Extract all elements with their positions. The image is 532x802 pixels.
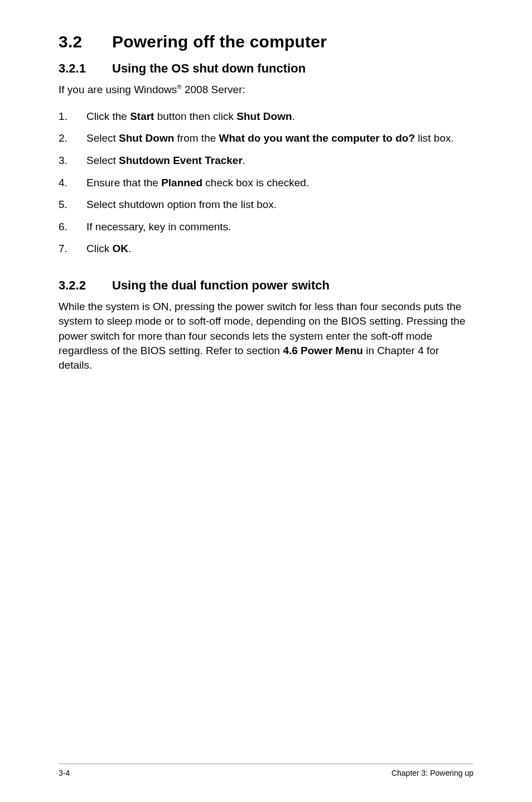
steps-list: Click the Start button then click Shut D…: [59, 109, 473, 256]
registered-symbol: ®: [177, 84, 181, 90]
step-text: Click the: [86, 110, 130, 122]
section-title: Powering off the computer: [112, 32, 327, 51]
step-item: Click the Start button then click Shut D…: [59, 109, 473, 124]
step-text: check box is checked.: [202, 177, 309, 189]
step-text: Select: [86, 132, 119, 144]
step-bold: Planned: [161, 177, 202, 189]
page-number: 3-4: [59, 769, 70, 777]
intro-text: If you are using Windows® 2008 Server:: [59, 83, 473, 97]
step-text: If necessary, key in comments.: [86, 221, 231, 233]
subsection-heading-1: 3.2.1Using the OS shut down function: [59, 61, 473, 76]
step-item: Select Shut Down from the What do you wa…: [59, 131, 473, 146]
step-item: Ensure that the Planned check box is che…: [59, 176, 473, 190]
subsection-number-1: 3.2.1: [59, 61, 112, 76]
step-bold: What do you want the computer to do?: [219, 132, 415, 144]
step-bold: Shut Down: [119, 132, 174, 144]
footer-row: 3-4 Chapter 3: Powering up: [59, 769, 473, 777]
page-footer: 3-4 Chapter 3: Powering up: [59, 764, 473, 777]
step-bold: Shutdown Event Tracker: [119, 154, 243, 166]
step-text: .: [292, 110, 295, 122]
step-item: Click OK.: [59, 241, 473, 256]
subsection-number-2: 3.2.2: [59, 278, 112, 293]
step-text: Select shutdown option from the list box…: [86, 199, 277, 210]
chapter-label: Chapter 3: Powering up: [391, 769, 473, 777]
step-text: Click: [86, 243, 112, 254]
step-item: Select shutdown option from the list box…: [59, 197, 473, 212]
step-text: from the: [174, 132, 219, 144]
intro-text-pre: If you are using Windows: [59, 84, 177, 95]
section-number: 3.2: [59, 32, 112, 51]
footer-divider: [59, 764, 473, 764]
page: 3.2Powering off the computer 3.2.1Using …: [0, 0, 532, 802]
step-bold: Start: [130, 110, 154, 122]
step-bold: OK: [112, 243, 128, 254]
subsection-title-2: Using the dual function power switch: [112, 278, 330, 292]
step-item: If necessary, key in comments.: [59, 220, 473, 234]
step-item: Select Shutdown Event Tracker.: [59, 153, 473, 168]
section-heading: 3.2Powering off the computer: [59, 32, 473, 51]
step-text: Ensure that the: [86, 177, 161, 189]
step-text: list box.: [415, 132, 454, 144]
subsection-heading-2: 3.2.2Using the dual function power switc…: [59, 278, 473, 293]
step-text: .: [243, 154, 245, 166]
body-text-bold: 4.6 Power Menu: [283, 345, 363, 356]
step-bold: Shut Down: [236, 110, 292, 122]
subsection-title-1: Using the OS shut down function: [112, 61, 306, 75]
step-text: Select: [86, 154, 119, 166]
step-text: .: [128, 243, 131, 254]
body-paragraph: While the system is ON, pressing the pow…: [59, 299, 473, 373]
intro-text-post: 2008 Server:: [182, 84, 245, 95]
step-text: button then click: [154, 110, 236, 122]
